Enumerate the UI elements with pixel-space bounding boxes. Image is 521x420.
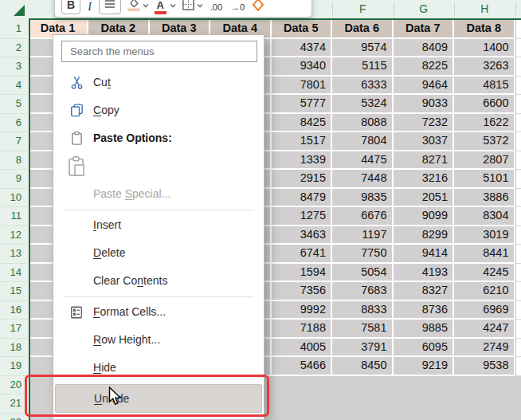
cell-F12[interactable]: 1197 <box>332 226 394 245</box>
cell-F16[interactable]: 8833 <box>332 301 394 320</box>
bold-button[interactable]: B <box>61 0 80 14</box>
cell-F5[interactable]: 5324 <box>332 95 394 114</box>
cell-F18[interactable]: 3791 <box>332 339 394 358</box>
format-painter-button[interactable] <box>252 0 264 14</box>
cell-E6[interactable]: 8425 <box>272 114 333 133</box>
search-input[interactable] <box>61 41 257 62</box>
cell-G4[interactable]: 9464 <box>394 77 455 96</box>
row-header-12[interactable]: 12 <box>0 226 27 245</box>
cell-G15[interactable]: 8327 <box>394 282 455 301</box>
cell-G10[interactable]: 2051 <box>394 189 455 208</box>
menu-item-row-height[interactable]: Row Height... <box>55 326 262 354</box>
cell-H7[interactable]: 5372 <box>454 132 515 151</box>
cell-G3[interactable]: 8225 <box>394 57 455 77</box>
row-header-13[interactable]: 13 <box>0 245 27 264</box>
cell-E1[interactable]: Data 5 <box>272 20 333 39</box>
cell-F2[interactable]: 9574 <box>332 39 394 58</box>
row-header-14[interactable]: 14 <box>0 264 27 283</box>
cell-G5[interactable]: 9033 <box>394 95 455 114</box>
column-header-F[interactable]: F <box>332 0 394 18</box>
italic-button[interactable]: I <box>86 0 93 14</box>
cell-G11[interactable]: 9099 <box>394 207 455 226</box>
cell-G18[interactable]: 6095 <box>394 339 455 358</box>
cell-E12[interactable]: 3463 <box>272 226 333 245</box>
cell-F7[interactable]: 7804 <box>332 132 394 151</box>
row-header-3[interactable]: 3 <box>0 57 27 77</box>
menu-item-delete[interactable]: Delete <box>55 239 262 267</box>
cell-H5[interactable]: 6600 <box>454 95 515 114</box>
cell-E2[interactable]: 4374 <box>272 39 333 58</box>
row-header-22[interactable]: 22 <box>0 414 27 420</box>
cell-G17[interactable]: 9885 <box>394 320 455 339</box>
cell-H9[interactable]: 5101 <box>454 170 515 189</box>
cell-H14[interactable]: 4245 <box>454 264 515 283</box>
cell-E10[interactable]: 8479 <box>272 189 333 208</box>
cell-F10[interactable]: 9835 <box>332 189 394 208</box>
cell-H19[interactable]: 9538 <box>454 357 515 376</box>
menu-item-paste-options[interactable]: Paste Options: <box>55 124 262 152</box>
cell-H16[interactable]: 6969 <box>454 301 515 320</box>
cell-H4[interactable]: 4815 <box>454 77 515 96</box>
row-header-2[interactable]: 2 <box>0 39 27 58</box>
cell-H2[interactable]: 1400 <box>454 39 515 58</box>
cell-E11[interactable]: 1275 <box>272 207 333 226</box>
row-header-18[interactable]: 18 <box>0 339 27 358</box>
cell-E9[interactable]: 2915 <box>272 170 333 189</box>
increase-decimal-button[interactable]: →0 <box>229 2 246 14</box>
cell-H10[interactable]: 3886 <box>454 189 515 208</box>
align-menu-button[interactable] <box>99 0 121 14</box>
cell-G16[interactable]: 8736 <box>394 301 455 320</box>
column-header-H[interactable]: H <box>454 0 515 18</box>
cell-G13[interactable]: 9414 <box>394 245 455 264</box>
cell-F11[interactable]: 6676 <box>332 207 394 226</box>
cell-G2[interactable]: 8409 <box>394 39 455 58</box>
cell-F14[interactable]: 5054 <box>332 264 394 283</box>
cell-E18[interactable]: 4005 <box>272 339 333 358</box>
cell-H13[interactable]: 8441 <box>454 245 515 264</box>
borders-button[interactable] <box>182 0 203 14</box>
cell-F9[interactable]: 7448 <box>332 170 394 189</box>
cell-G19[interactable]: 9219 <box>394 357 455 376</box>
cell-H6[interactable]: 1622 <box>454 114 515 133</box>
cell-F17[interactable]: 7581 <box>332 320 394 339</box>
cell-H8[interactable]: 2807 <box>454 151 515 171</box>
cell-G7[interactable]: 3037 <box>394 132 455 151</box>
cell-F19[interactable]: 8450 <box>332 357 394 376</box>
menu-item-insert[interactable]: Insert <box>55 211 262 239</box>
cell-F6[interactable]: 8088 <box>332 114 394 133</box>
select-all-corner[interactable] <box>0 0 29 20</box>
row-header-1[interactable]: 1 <box>0 20 27 39</box>
row-header-11[interactable]: 11 <box>0 207 27 226</box>
cell-F3[interactable]: 5115 <box>332 57 394 77</box>
cell-H18[interactable]: 2749 <box>454 339 515 358</box>
cell-F8[interactable]: 4475 <box>332 151 394 171</box>
cell-F13[interactable]: 7750 <box>332 245 394 264</box>
font-color-button[interactable]: A <box>155 0 176 14</box>
cell-H12[interactable]: 3019 <box>454 226 515 245</box>
decrease-decimal-button[interactable]: .00 <box>209 2 224 14</box>
cell-E13[interactable]: 6741 <box>272 245 333 264</box>
row-header-6[interactable]: 6 <box>0 114 27 133</box>
row-header-9[interactable]: 9 <box>0 170 27 189</box>
row-header-8[interactable]: 8 <box>0 151 27 171</box>
cell-E17[interactable]: 7188 <box>272 320 333 339</box>
cell-H15[interactable]: 6210 <box>454 282 515 301</box>
cell-E15[interactable]: 7356 <box>272 282 333 301</box>
menu-item-clear-contents[interactable]: Clear Contents <box>55 267 262 295</box>
row-header-19[interactable]: 19 <box>0 357 27 376</box>
cell-E8[interactable]: 1339 <box>272 151 333 171</box>
cell-F15[interactable]: 7683 <box>332 282 394 301</box>
cell-E3[interactable]: 9340 <box>272 57 333 77</box>
menu-item-cut[interactable]: Cut <box>55 69 262 96</box>
row-header-4[interactable]: 4 <box>0 77 27 96</box>
cell-G6[interactable]: 7232 <box>394 114 455 133</box>
row-header-15[interactable]: 15 <box>0 282 27 301</box>
cell-G14[interactable]: 4193 <box>394 264 455 283</box>
cell-G9[interactable]: 3216 <box>394 170 455 189</box>
row-header-16[interactable]: 16 <box>0 301 27 320</box>
cell-E19[interactable]: 5466 <box>272 357 333 376</box>
row-header-21[interactable]: 21 <box>0 394 27 414</box>
cell-E4[interactable]: 7801 <box>272 77 333 96</box>
cell-F4[interactable]: 6333 <box>332 77 394 96</box>
cell-H11[interactable]: 8304 <box>454 207 515 226</box>
